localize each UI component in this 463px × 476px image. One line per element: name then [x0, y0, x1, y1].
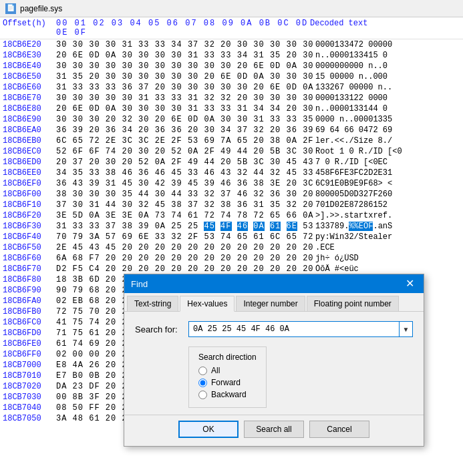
table-row: 18CB6F4070 79 3A 57 69 6E 33 32 2F 53 74… [0, 232, 463, 242]
offset-cell[interactable]: 18CB6ED0 [3, 158, 56, 167]
table-row: 18CB6E6031 33 33 33 36 37 20 30 30 30 30… [0, 82, 463, 93]
offset-cell[interactable]: 18CB6E70 [3, 93, 56, 103]
search-direction-box: Search direction AllForwardBackward [188, 346, 267, 408]
offset-cell[interactable]: 18CB6EF0 [3, 179, 56, 188]
hex-cell: 6A 68 F7 20 20 20 20 20 20 20 20 20 20 2… [56, 254, 315, 263]
dialog-tab-hex-values[interactable]: Hex-values [180, 296, 235, 312]
decoded-cell: n..0000133415 0 [315, 51, 388, 60]
title-bar: 📄 pagefile.sys [0, 0, 463, 17]
hex-cell: 20 37 20 30 20 52 0A 2F 49 44 20 5B 3C 3… [56, 158, 315, 167]
dialog-tab-integer-number[interactable]: Integer number [236, 296, 305, 311]
table-row: 18CB6EE034 35 33 38 46 36 46 45 33 46 43… [0, 168, 463, 178]
decoded-cell: .ECE [315, 243, 335, 252]
dialog-close-button[interactable]: ✕ [403, 278, 417, 289]
hex-cell: 20 6E 0D 0A 30 30 30 30 31 33 33 31 34 3… [56, 104, 315, 113]
hex-cell: 36 43 39 31 45 30 42 39 45 39 46 36 38 3… [56, 179, 315, 188]
dialog-buttons: OKSearch allCancel [124, 415, 424, 446]
table-row: 18CB6F606A 68 F7 20 20 20 20 20 20 20 20… [0, 253, 463, 264]
decoded-column-header: Decoded text [310, 19, 367, 37]
table-row: 18CB6F70D2 F5 C4 20 20 20 20 20 20 20 20… [0, 264, 463, 274]
offset-cell[interactable]: 18CB6F90 [3, 286, 56, 295]
decoded-cell: ÒõÄ #<eüc [315, 264, 359, 274]
dialog-tabs: Text-stringHex-valuesInteger numberFloat… [124, 293, 424, 312]
offset-cell[interactable]: 18CB6FB0 [3, 307, 56, 316]
window-title: pagefile.sys [20, 4, 62, 13]
offset-cell[interactable]: 18CB6F10 [3, 200, 56, 210]
offset-cell[interactable]: 18CB6FC0 [3, 318, 56, 327]
table-row: 18CB6E8020 6E 0D 0A 30 30 30 30 31 33 33… [0, 103, 463, 114]
offset-cell[interactable]: 18CB7040 [3, 403, 56, 413]
search-all-button[interactable]: Search all [244, 421, 304, 438]
search-input[interactable] [188, 321, 400, 337]
offset-cell[interactable]: 18CB7010 [3, 371, 56, 381]
radio-all[interactable] [198, 367, 207, 375]
radio-backward[interactable] [198, 391, 207, 399]
table-row: 18CB6E3020 6E 0D 0A 30 30 30 30 31 33 33… [0, 50, 463, 61]
offset-cell[interactable]: 18CB6F40 [3, 232, 56, 242]
radio-options-container: AllForwardBackward [198, 366, 257, 399]
decoded-cell: >].>>.startxref. [315, 211, 392, 220]
decoded-cell: 6C91E0B9E9F68> < [315, 179, 392, 188]
decoded-cell: 0000133122 0000 [315, 93, 388, 103]
dialog-tab-floating-point-number[interactable]: Floating point number [307, 296, 399, 311]
offset-cell[interactable]: 18CB6E80 [3, 104, 56, 113]
hex-cell: 30 30 30 30 31 33 33 34 37 32 20 30 30 3… [56, 40, 315, 49]
offset-cell[interactable]: 18CB6F20 [3, 211, 56, 220]
offset-cell[interactable]: 18CB7000 [3, 361, 56, 370]
radio-label-forward[interactable]: Forward [211, 378, 241, 387]
offset-cell[interactable]: 18CB6E90 [3, 115, 56, 124]
find-dialog: Find ✕ Text-stringHex-valuesInteger numb… [124, 274, 424, 447]
offset-cell[interactable]: 18CB6F60 [3, 254, 56, 263]
radio-label-backward[interactable]: Backward [211, 390, 247, 399]
table-row: 18CB6EF036 43 39 31 45 30 42 39 45 39 46… [0, 178, 463, 189]
radio-row-forward: Forward [198, 378, 257, 387]
offset-cell[interactable]: 18CB6E20 [3, 40, 56, 49]
search-dropdown-button[interactable]: ▼ [400, 321, 413, 337]
offset-cell[interactable]: 18CB6F00 [3, 190, 56, 199]
table-row: 18CB6F203E 5D 0A 3E 3E 0A 73 74 61 72 74… [0, 210, 463, 221]
offset-cell[interactable]: 18CB6FF0 [3, 350, 56, 359]
offset-cell[interactable]: 18CB6EE0 [3, 168, 56, 178]
offset-cell[interactable]: 18CB6E40 [3, 61, 56, 71]
hex-cell: 20 6E 0D 0A 30 30 30 30 31 33 33 34 31 3… [56, 51, 315, 60]
table-row: 18CB6F3031 33 33 37 38 39 0A 25 25 45 4F… [0, 221, 463, 232]
table-row: 18CB6ED020 37 20 30 20 52 0A 2F 49 44 20… [0, 157, 463, 168]
search-for-row: Search for: ▼ [135, 321, 413, 337]
decoded-cell: 69 64 66 0472 69 [315, 126, 392, 135]
offset-cell[interactable]: 18CB6F50 [3, 243, 56, 252]
offset-cell[interactable]: 18CB6F80 [3, 275, 56, 284]
offset-cell[interactable]: 18CB6FD0 [3, 328, 56, 338]
hex-cell: 37 30 31 44 30 32 45 38 37 32 38 36 31 3… [56, 200, 315, 210]
hex-cell: 6C 65 72 2E 3C 3C 2E 2F 53 69 7A 65 20 3… [56, 136, 315, 146]
ok-button[interactable]: OK [178, 421, 239, 438]
decoded-cell: 458F6FE3FC2D2E31 [315, 168, 392, 178]
offset-cell[interactable]: 18CB6EB0 [3, 136, 56, 146]
radio-row-all: All [198, 366, 257, 375]
table-row: 18CB6E2030 30 30 30 31 33 33 34 37 32 20… [0, 39, 463, 50]
radio-forward[interactable] [198, 379, 207, 387]
offset-cell[interactable]: 18CB7030 [3, 393, 56, 402]
offset-cell[interactable]: 18CB6E60 [3, 83, 56, 92]
dialog-title: Find [131, 279, 148, 289]
decoded-cell: 133789.%%EOF.anS [315, 222, 392, 231]
offset-cell[interactable]: 18CB6E30 [3, 51, 56, 60]
offset-cell[interactable]: 18CB6FE0 [3, 339, 56, 348]
offset-cell[interactable]: 18CB6F70 [3, 264, 56, 274]
offset-cell[interactable]: 18CB7020 [3, 382, 56, 391]
offset-cell[interactable]: 18CB6E50 [3, 72, 56, 81]
hex-column-header: 00 01 02 03 04 05 06 07 08 09 0A 0B 0C 0… [56, 19, 310, 37]
radio-label-all[interactable]: All [211, 366, 220, 375]
radio-row-backward: Backward [198, 390, 257, 399]
cancel-button[interactable]: Cancel [309, 421, 369, 438]
table-row: 18CB6EA036 39 20 36 34 20 36 36 20 30 34… [0, 125, 463, 136]
offset-cell[interactable]: 18CB7050 [3, 414, 56, 423]
offset-cell[interactable]: 18CB6EC0 [3, 147, 56, 156]
hex-cell: 70 79 3A 57 69 6E 33 32 2F 53 74 65 61 6… [56, 232, 315, 242]
offset-cell[interactable]: 18CB6EA0 [3, 126, 56, 135]
offset-cell[interactable]: 18CB6FA0 [3, 296, 56, 306]
dialog-tab-text-string[interactable]: Text-string [127, 296, 178, 311]
decoded-cell: py:Win32/Stealer [315, 232, 392, 242]
offset-cell[interactable]: 18CB6F30 [3, 222, 56, 231]
decoded-cell: 0000133472 00000 [315, 40, 392, 49]
hex-header: Offset(h) 00 01 02 03 04 05 06 07 08 09 … [0, 17, 463, 39]
